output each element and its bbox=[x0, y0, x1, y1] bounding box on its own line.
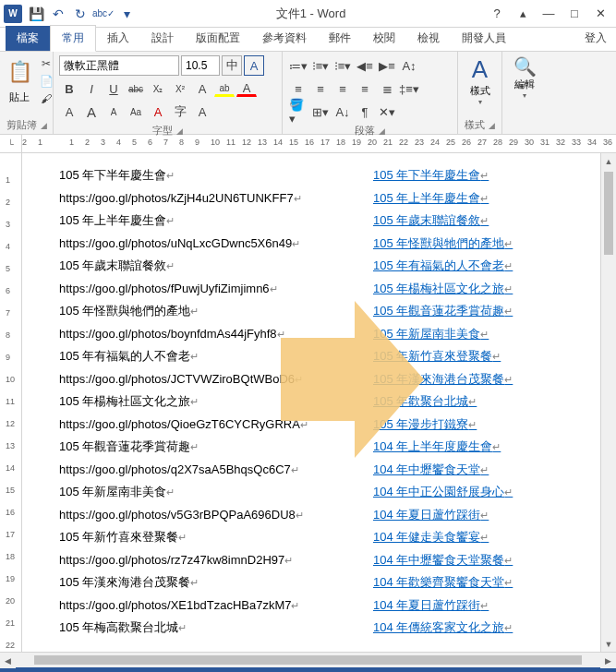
styles-button[interactable]: 樣式 bbox=[470, 84, 490, 98]
subscript-button[interactable]: X₂ bbox=[148, 78, 168, 99]
scroll-thumb-h[interactable] bbox=[34, 655, 582, 665]
hyperlink[interactable]: 104 年夏日蘆竹踩街↵ bbox=[373, 594, 489, 618]
hyperlink[interactable]: 105 年漢來海港台茂聚餐↵ bbox=[373, 368, 513, 391]
change-case-button[interactable]: Aa bbox=[126, 102, 146, 122]
hyperlink[interactable]: 104 年中壢饗食天堂聚餐↵ bbox=[373, 549, 513, 572]
tab-view[interactable]: 檢視 bbox=[406, 26, 451, 51]
tab-design[interactable]: 設計 bbox=[140, 26, 185, 51]
tab-mailings[interactable]: 郵件 bbox=[318, 26, 362, 51]
phonetic-guide-button[interactable]: 中 bbox=[222, 55, 242, 76]
hyperlink[interactable]: 104 年傳統客家文化之旅↵ bbox=[373, 617, 513, 640]
login-link[interactable]: 登入 bbox=[575, 26, 616, 51]
horizontal-scrollbar[interactable]: ◀ ▶ bbox=[0, 652, 616, 667]
hyperlink[interactable]: 104 年上半年度慶生會↵ bbox=[373, 436, 501, 459]
bullets-button[interactable]: ≔▾ bbox=[288, 55, 308, 76]
save-button[interactable]: 💾 bbox=[26, 4, 46, 24]
char-border2-button[interactable]: A bbox=[192, 102, 212, 122]
tab-layout[interactable]: 版面配置 bbox=[185, 26, 251, 51]
tab-developer[interactable]: 開發人員 bbox=[451, 26, 517, 51]
document-page[interactable]: 105 年下半年慶生會↵105 年下半年慶生會↵https://goo.gl/p… bbox=[22, 153, 616, 652]
document-line[interactable]: 105 年上半年慶生會↵105 年歲末聯誼餐敘↵ bbox=[59, 210, 579, 233]
clear-format-button[interactable]: A bbox=[148, 102, 168, 122]
document-line[interactable]: 105 年漢來海港台茂聚餐↵104 年歡樂齊聚饗食天堂↵ bbox=[59, 571, 579, 594]
paragraph-launcher[interactable]: ◢ bbox=[379, 126, 385, 136]
tab-home[interactable]: 常用 bbox=[50, 25, 96, 52]
hyperlink[interactable]: 104 年夏日蘆竹踩街↵ bbox=[373, 504, 489, 527]
numbering-button[interactable]: ⁝≡▾ bbox=[310, 55, 331, 76]
cut-button[interactable]: ✂ bbox=[37, 55, 55, 72]
document-line[interactable]: 105 年新竹喜來登聚餐↵104 年健走美食饗宴↵ bbox=[59, 526, 579, 549]
styles-launcher[interactable]: ◢ bbox=[489, 121, 495, 130]
scroll-right-button[interactable]: ▶ bbox=[600, 653, 616, 668]
document-line[interactable]: 105 年怪獸與牠們的產地↵105 年觀音蓮花季賞荷趣↵ bbox=[59, 300, 579, 323]
tab-review[interactable]: 校閱 bbox=[362, 26, 406, 51]
italic-button[interactable]: I bbox=[81, 78, 102, 99]
tab-references[interactable]: 參考資料 bbox=[251, 26, 318, 51]
hyperlink[interactable]: 105 年歲末聯誼餐敘↵ bbox=[373, 210, 489, 233]
clipboard-launcher[interactable]: ◢ bbox=[41, 121, 47, 130]
document-line[interactable]: https://goo.gl/photos/kZjH4u2UN6TUNKFF7↵… bbox=[59, 187, 579, 210]
vertical-scrollbar[interactable]: ▲ ▼ bbox=[600, 153, 616, 652]
char-shading-button[interactable]: A bbox=[59, 102, 79, 122]
document-line[interactable]: https://goo.gl/photos/fPuwjUyfiZimjimn6↵… bbox=[59, 278, 579, 301]
ribbon-toggle-button[interactable]: ▴ bbox=[511, 4, 535, 24]
justify-button[interactable]: ≡ bbox=[355, 78, 375, 99]
scroll-down-button[interactable]: ▼ bbox=[601, 636, 616, 652]
qat-more-button[interactable]: ▾ bbox=[116, 4, 137, 24]
hyperlink[interactable]: 105 年上半年慶生會↵ bbox=[373, 187, 489, 210]
font-size-combo[interactable] bbox=[181, 55, 220, 76]
font-name-combo[interactable] bbox=[59, 55, 179, 76]
document-line[interactable]: 105 年梅高歡聚台北城↵104 年傳統客家文化之旅↵ bbox=[59, 617, 579, 640]
tab-insert[interactable]: 插入 bbox=[96, 26, 140, 51]
document-line[interactable]: https://goo.gl/photos/q2X7saA5BhqsQc6C7↵… bbox=[59, 459, 579, 482]
char-border-button[interactable]: A bbox=[244, 55, 264, 76]
superscript-button[interactable]: X² bbox=[170, 78, 190, 99]
document-line[interactable]: 105 年觀音蓮花季賞荷趣↵104 年上半年度慶生會↵ bbox=[59, 436, 579, 459]
text-effects-button[interactable]: A bbox=[192, 78, 212, 99]
hyperlink[interactable]: 104 年歡樂齊聚饗食天堂↵ bbox=[373, 571, 513, 594]
format-painter-button[interactable]: 🖌 bbox=[37, 90, 55, 107]
asian-layout-button[interactable]: ✕▾ bbox=[377, 102, 397, 122]
document-line[interactable]: 105 年楊梅社區文化之旅↵105 年歡聚台北城↵ bbox=[59, 390, 579, 414]
hyperlink[interactable]: 104 年健走美食饗宴↵ bbox=[373, 526, 489, 549]
hyperlink[interactable]: 105 年觀音蓮花季賞荷趣↵ bbox=[373, 300, 513, 323]
copy-button[interactable]: 📄 bbox=[37, 73, 55, 90]
document-line[interactable]: 105 年歲末聯誼餐敘↵105 年有福氣的人不會老↵ bbox=[59, 255, 579, 278]
styles-icon[interactable]: A bbox=[472, 55, 488, 84]
document-line[interactable]: https://goo.gl/photos/QioeGzT6CYCRyGRRA↵… bbox=[59, 414, 579, 437]
sort-button[interactable]: A↓ bbox=[332, 102, 353, 122]
edit-button[interactable]: 編輯 bbox=[514, 78, 535, 91]
show-marks-button[interactable]: ¶ bbox=[355, 102, 375, 122]
font-color-button[interactable]: A bbox=[236, 80, 257, 97]
font-launcher[interactable]: ◢ bbox=[176, 126, 183, 136]
hyperlink[interactable]: 105 年楊梅社區文化之旅↵ bbox=[373, 278, 513, 301]
distributed-button[interactable]: ≣ bbox=[377, 78, 397, 99]
horizontal-ruler[interactable]: 2112345678910111213141516171819202122232… bbox=[22, 135, 616, 152]
document-line[interactable]: 105 年新屋南非美食↵104 年中正公園舒展身心↵ bbox=[59, 481, 579, 504]
highlight-button[interactable]: ab bbox=[214, 80, 235, 97]
hyperlink[interactable]: 104 年中正公園舒展身心↵ bbox=[373, 481, 513, 504]
maximize-button[interactable]: □ bbox=[562, 4, 586, 24]
grow-font-button[interactable]: A bbox=[81, 102, 102, 122]
spellcheck-button[interactable]: abc✓ bbox=[92, 4, 115, 24]
scroll-left-button[interactable]: ◀ bbox=[0, 653, 16, 668]
shrink-font-button[interactable]: A bbox=[103, 102, 124, 122]
line-spacing-button[interactable]: ‡≡▾ bbox=[399, 78, 419, 99]
align-center-button[interactable]: ≡ bbox=[310, 78, 331, 99]
enclose-char-button[interactable]: 字 bbox=[170, 102, 190, 122]
align-left-button[interactable]: ≡ bbox=[288, 78, 308, 99]
minimize-button[interactable]: — bbox=[537, 4, 561, 24]
increase-indent-button[interactable]: ▶≡ bbox=[377, 55, 397, 76]
document-line[interactable]: 105 年有福氣的人不會老↵105 年新竹喜來登聚餐↵ bbox=[59, 345, 579, 368]
hyperlink[interactable]: 104 年中壢饗食天堂↵ bbox=[373, 459, 489, 482]
redo-button[interactable]: ↻ bbox=[70, 4, 91, 24]
document-line[interactable]: https://goo.gl/photos/boynfdmAs44jFyhf8↵… bbox=[59, 323, 579, 346]
document-line[interactable]: https://goo.gl/photos/uNqLxcGDwnc5X6n49↵… bbox=[59, 233, 579, 256]
paste-icon[interactable]: 📋 bbox=[6, 55, 33, 89]
undo-button[interactable]: ↶ bbox=[48, 4, 68, 24]
underline-button[interactable]: U bbox=[103, 78, 124, 99]
scroll-up-button[interactable]: ▲ bbox=[601, 153, 616, 169]
hyperlink[interactable]: 105 年新竹喜來登聚餐↵ bbox=[373, 345, 501, 368]
close-button[interactable]: ✕ bbox=[588, 4, 612, 24]
document-line[interactable]: https://goo.gl/photos/v5G3rBPQPaA696DU8↵… bbox=[59, 504, 579, 527]
